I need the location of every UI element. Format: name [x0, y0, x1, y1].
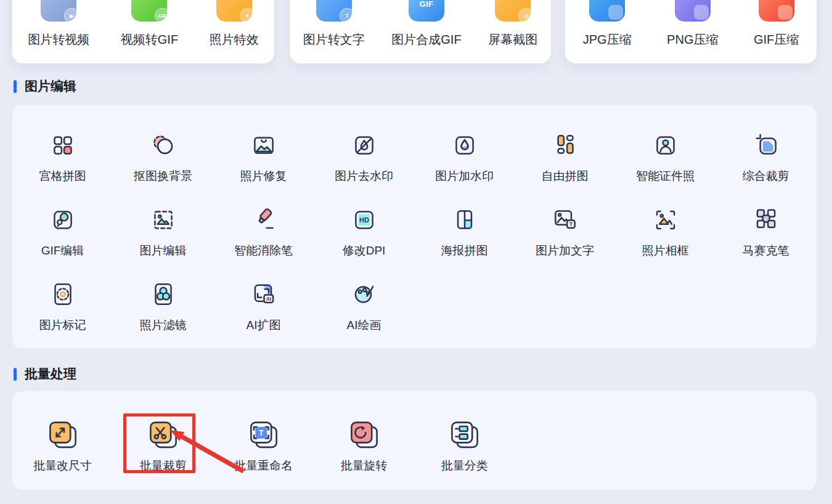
id-photo-icon	[651, 131, 680, 160]
section-bar-icon	[14, 368, 17, 381]
tool-label: 批量旋转	[341, 458, 388, 474]
add-watermark-icon	[450, 131, 479, 160]
tool-item-image-to-video[interactable]: ▶图片转视频	[28, 0, 89, 48]
tile-badge: ⊡	[518, 8, 534, 23]
tool-item-screenshot[interactable]: ⊡屏幕截图	[488, 0, 537, 48]
png-compress-icon: PNG	[675, 0, 711, 22]
svg-text:HD: HD	[359, 216, 369, 224]
tool-label: 修改DPI	[343, 243, 386, 259]
tool-label: 图片合成GIF	[391, 31, 461, 48]
photo-effects-icon: ✦	[216, 0, 252, 22]
tool-item-photo-repair[interactable]: 照片修复	[213, 131, 314, 184]
tool-label: 批量分类	[441, 458, 488, 474]
tile-badge: GIF	[409, 0, 444, 22]
tool-item-video-to-gif[interactable]: GIF视频转GIF	[121, 0, 178, 48]
tool-label: AI绘画	[347, 317, 381, 333]
tool-item-remove-watermark[interactable]: 图片去水印	[314, 131, 414, 184]
tool-label: GIF压缩	[754, 31, 799, 48]
jpg-compress-icon: JPG	[589, 0, 625, 22]
tile-badge: ▶	[64, 8, 80, 23]
tool-item-comprehensive-crop[interactable]: 综合裁剪	[716, 131, 816, 184]
tool-item-batch-resize[interactable]: 批量改尺寸	[12, 418, 113, 474]
tool-label: 批量改尺寸	[33, 458, 92, 474]
dpi-icon: HD	[349, 205, 379, 235]
batch-rotate-icon	[346, 418, 383, 455]
tool-label: 照片相框	[642, 243, 689, 259]
tool-item-grid-collage[interactable]: 宫格拼图	[12, 131, 113, 184]
eraser-pen-icon	[249, 205, 279, 235]
svg-text:T: T	[569, 221, 573, 227]
images-to-gif-icon: GIF	[409, 0, 444, 22]
svg-text:T: T	[259, 429, 264, 437]
tool-item-gif-compress[interactable]: GIFGIF压缩	[754, 0, 799, 48]
tool-item-batch-classify[interactable]: 批量分类	[414, 418, 515, 474]
free-collage-icon	[550, 131, 580, 160]
screenshot-icon: ⊡	[495, 0, 531, 22]
tool-item-background-cutout[interactable]: 抠图换背景	[113, 131, 213, 184]
edit-tools-grid: 宫格拼图抠图换背景照片修复图片去水印图片加水印自由拼图智能证件照综合裁剪GIF编…	[12, 105, 817, 333]
tool-item-jpg-compress[interactable]: JPGJPG压缩	[583, 0, 632, 48]
mosaic-pen-icon	[751, 205, 781, 235]
tool-item-poster-collage[interactable]: 海报拼图	[414, 205, 515, 259]
video-to-gif-icon: GIF	[131, 0, 167, 22]
tool-label: JPG压缩	[583, 31, 632, 48]
tile-badge: GIF	[155, 8, 170, 23]
tool-item-dpi[interactable]: HD修改DPI	[314, 205, 414, 259]
tool-item-ai-expand[interactable]: AIAI扩图	[213, 280, 314, 333]
section-bar-icon	[14, 80, 17, 93]
tool-item-add-text[interactable]: T图片加文字	[515, 205, 615, 259]
tile-badge: ✦	[240, 8, 255, 23]
image-to-text-icon: T	[316, 0, 352, 22]
tool-item-png-compress[interactable]: PNGPNG压缩	[667, 0, 718, 48]
tool-label: 抠图换背景	[134, 168, 192, 184]
photo-repair-icon	[249, 131, 279, 160]
tool-item-image-mark[interactable]: 图片标记	[12, 280, 113, 333]
section-header-edit: 图片编辑	[14, 78, 76, 95]
top-card-text-gif: T图片转文字GIF图片合成GIF⊡屏幕截图	[290, 0, 551, 63]
tool-label: 图片编辑	[140, 243, 187, 259]
tool-item-photo-effects[interactable]: ✦照片特效	[210, 0, 259, 48]
tool-item-gif-edit[interactable]: GIF编辑	[12, 205, 113, 259]
tool-item-mosaic-pen[interactable]: 马赛克笔	[716, 205, 816, 259]
image-to-video-icon: ▶	[41, 0, 76, 22]
background-cutout-icon	[149, 131, 178, 160]
tool-item-eraser-pen[interactable]: 智能消除笔	[213, 205, 314, 259]
tool-item-free-collage[interactable]: 自由拼图	[515, 131, 615, 184]
photo-filter-icon	[149, 280, 178, 309]
tool-label: 屏幕截图	[488, 31, 537, 48]
tool-label: 智能消除笔	[234, 243, 293, 259]
section-title-batch: 批量处理	[25, 365, 76, 383]
tool-label: 视频转GIF	[121, 31, 178, 48]
tool-label: 宫格拼图	[39, 168, 86, 184]
tool-label: 综合裁剪	[743, 168, 789, 184]
section-title-edit: 图片编辑	[25, 78, 76, 95]
tool-item-ai-paint[interactable]: AI绘画	[314, 280, 414, 333]
tool-label: 照片滤镜	[140, 317, 187, 333]
tool-label: 照片修复	[240, 168, 287, 184]
image-mark-icon	[48, 280, 78, 309]
tool-item-image-to-text[interactable]: T图片转文字	[303, 0, 365, 48]
tool-label: 海报拼图	[441, 243, 488, 259]
photo-frame-icon	[651, 205, 680, 235]
tool-item-photo-frame[interactable]: 照片相框	[615, 205, 716, 259]
remove-watermark-icon	[349, 131, 379, 160]
tool-item-add-watermark[interactable]: 图片加水印	[414, 131, 515, 184]
ai-expand-icon: AI	[249, 280, 279, 309]
tool-label: 图片加文字	[536, 243, 594, 259]
comprehensive-crop-icon	[751, 131, 781, 160]
top-card-compress: JPGJPG压缩PNGPNG压缩GIFGIF压缩	[565, 0, 817, 63]
tool-item-image-edit[interactable]: 图片编辑	[113, 205, 213, 259]
top-card-convert: ▶图片转视频GIF视频转GIF✦照片特效	[12, 0, 274, 63]
gif-edit-icon	[48, 205, 78, 235]
tool-label: AI扩图	[247, 317, 281, 333]
batch-classify-icon	[446, 418, 483, 455]
tool-item-photo-filter[interactable]: 照片滤镜	[113, 280, 213, 333]
poster-collage-icon	[450, 205, 479, 235]
edit-panel: 宫格拼图抠图换背景照片修复图片去水印图片加水印自由拼图智能证件照综合裁剪GIF编…	[12, 105, 817, 349]
tool-label: 图片标记	[39, 317, 86, 333]
add-text-icon: T	[550, 205, 580, 235]
tool-item-id-photo[interactable]: 智能证件照	[615, 131, 716, 184]
tool-item-images-to-gif[interactable]: GIF图片合成GIF	[391, 0, 461, 48]
image-edit-icon	[149, 205, 178, 235]
tool-item-batch-rotate[interactable]: 批量旋转	[314, 418, 414, 474]
